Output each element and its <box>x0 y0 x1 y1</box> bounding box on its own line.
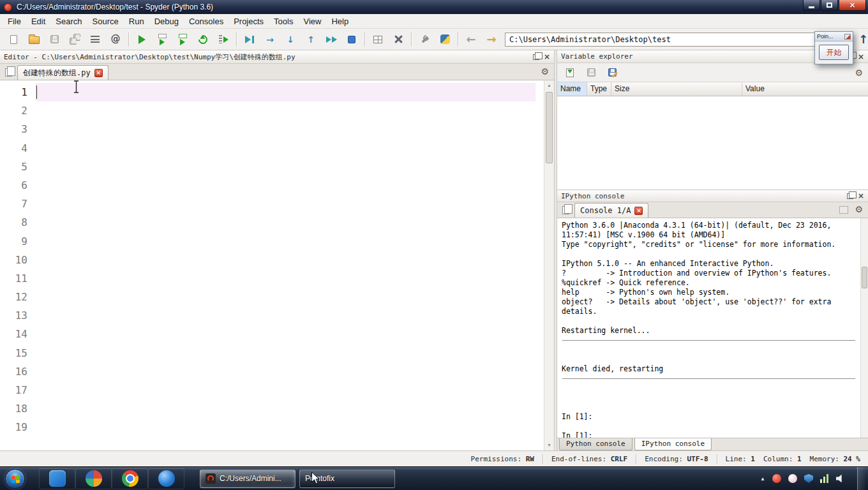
symbol-finder-button[interactable]: @ <box>106 31 125 48</box>
tab-python-console[interactable]: Python console <box>559 438 632 450</box>
back-button[interactable]: ← <box>461 31 481 48</box>
run-button[interactable] <box>132 31 151 48</box>
close-pane-icon[interactable]: × <box>858 53 864 61</box>
pointofix-start-button[interactable]: 开始 <box>819 45 849 60</box>
open-file-button[interactable] <box>24 31 43 48</box>
editor-body[interactable]: 12345678910111213141516171819 ▲ ▼ <box>0 80 554 450</box>
tray-icon-5[interactable] <box>836 474 845 483</box>
line-number: 13 <box>0 306 27 325</box>
tray-icon-2[interactable] <box>788 474 797 483</box>
parent-directory-button[interactable]: ↑ <box>858 33 868 46</box>
fullscreen-button[interactable] <box>389 31 408 48</box>
console-line: ? -> Introduction and overview of IPytho… <box>562 269 860 278</box>
line-number: 15 <box>0 344 27 362</box>
undock-icon[interactable] <box>847 193 853 199</box>
console-tab[interactable]: Console 1/A × <box>574 203 648 218</box>
tray-icons <box>772 474 845 483</box>
show-hidden-icons-button[interactable]: ▲ <box>760 476 765 482</box>
working-directory-input[interactable] <box>505 33 853 47</box>
console-output[interactable]: Python 3.6.0 |Anaconda 4.3.1 (64-bit)| (… <box>557 218 860 438</box>
continue-button[interactable] <box>322 31 341 48</box>
file-switcher-button[interactable] <box>86 31 105 48</box>
start-button[interactable] <box>5 469 25 489</box>
maximize-pane-button[interactable] <box>368 31 387 48</box>
pinned-app-1[interactable] <box>39 468 75 489</box>
console-scroll-thumb[interactable] <box>862 267 867 288</box>
import-data-button[interactable] <box>562 65 578 80</box>
browse-tabs-icon[interactable] <box>562 206 569 214</box>
step-return-button[interactable]: ↑ <box>301 31 320 48</box>
scroll-down-icon[interactable]: ▼ <box>544 441 554 450</box>
console-line: Type "copyright", "credits" or "license"… <box>562 240 860 249</box>
editor-options-icon[interactable]: ⚙ <box>541 67 549 76</box>
column-header-value[interactable]: Value <box>742 82 868 96</box>
minimize-button[interactable] <box>803 0 820 11</box>
run-selection-button[interactable] <box>214 31 233 48</box>
editor-scrollbar[interactable]: ▲ ▼ <box>544 80 554 450</box>
tray-icon-3[interactable] <box>804 474 813 483</box>
minimize-icon <box>809 6 814 8</box>
pinned-app-3[interactable] <box>112 468 148 489</box>
window-controls: × <box>803 0 866 11</box>
menu-edit[interactable]: Edit <box>26 15 50 28</box>
tray-icon-4[interactable] <box>820 474 829 483</box>
menu-run[interactable]: Run <box>124 15 149 28</box>
step-into-button[interactable]: ↓ <box>281 31 300 48</box>
step-over-button[interactable]: → <box>260 31 280 48</box>
console-scrollbar[interactable] <box>860 218 868 438</box>
title-bar[interactable]: C:/Users/Administrator/Desktop/test - Sp… <box>0 0 868 14</box>
windows-logo-icon <box>11 476 15 479</box>
run-cell-button[interactable] <box>153 31 172 48</box>
new-file-button[interactable] <box>4 31 23 48</box>
taskbar-window-spyder[interactable]: C:/Users/Admini... <box>200 470 296 488</box>
code-area[interactable] <box>35 80 544 450</box>
editor-tab[interactable]: 创建特殊的数组.py × <box>17 65 108 80</box>
close-tab-icon[interactable]: × <box>634 207 643 215</box>
pinned-app-4[interactable] <box>148 468 184 489</box>
status-column: Column: 1 <box>763 455 802 463</box>
line-number: 1 <box>0 83 27 101</box>
close-pane-icon[interactable]: × <box>858 192 864 200</box>
tab-ipython-console[interactable]: IPython console <box>634 438 712 450</box>
spyder-icon <box>206 473 216 484</box>
rerun-cell-button[interactable] <box>193 31 213 48</box>
pointofix-title-bar[interactable]: Poin... <box>815 32 853 41</box>
maximize-icon <box>827 3 832 8</box>
menu-debug[interactable]: Debug <box>149 15 184 28</box>
pinned-app-2[interactable] <box>75 468 112 489</box>
menu-search[interactable]: Search <box>50 15 87 28</box>
column-header-name[interactable]: Name <box>557 82 587 96</box>
editor-scroll-thumb[interactable] <box>546 92 553 163</box>
variable-options-icon[interactable]: ⚙ <box>855 68 863 77</box>
menu-help[interactable]: Help <box>326 15 354 28</box>
menu-file[interactable]: File <box>3 15 26 28</box>
console-options-icon[interactable]: ⚙ <box>855 205 863 214</box>
show-desktop-button[interactable] <box>857 467 865 490</box>
preferences-button[interactable] <box>415 31 434 48</box>
menu-source[interactable]: Source <box>87 15 124 28</box>
variable-table-body[interactable] <box>557 96 868 189</box>
forward-button[interactable]: → <box>482 31 501 48</box>
close-tab-icon[interactable]: × <box>94 69 103 77</box>
close-pane-icon[interactable]: × <box>544 53 550 61</box>
console-view-icon[interactable] <box>839 206 848 214</box>
close-icon: × <box>849 1 855 9</box>
close-button[interactable]: × <box>839 0 866 11</box>
run-cell-advance-button[interactable] <box>173 31 192 48</box>
kernel-restart-separator <box>562 374 860 383</box>
menu-projects[interactable]: Projects <box>228 15 269 28</box>
pythonpath-button[interactable] <box>435 31 454 48</box>
menu-consoles[interactable]: Consoles <box>184 15 228 28</box>
scroll-up-icon[interactable]: ▲ <box>544 81 554 90</box>
maximize-button[interactable] <box>821 0 838 11</box>
browse-tabs-icon[interactable] <box>5 68 12 77</box>
column-header-size[interactable]: Size <box>611 82 742 96</box>
column-header-type[interactable]: Type <box>587 82 611 96</box>
stop-debug-button[interactable] <box>342 31 361 48</box>
undock-icon[interactable] <box>533 54 539 60</box>
save-data-as-button[interactable] <box>604 65 620 80</box>
tray-icon-1[interactable] <box>772 474 781 483</box>
debug-button[interactable] <box>240 31 259 48</box>
menu-tools[interactable]: Tools <box>269 15 298 28</box>
menu-view[interactable]: View <box>298 15 326 28</box>
